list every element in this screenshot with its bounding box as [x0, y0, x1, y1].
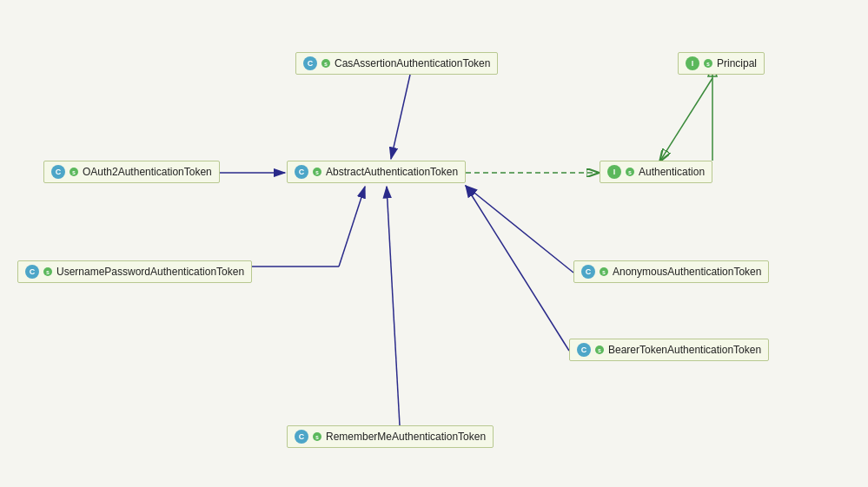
arrow-anonymous-abstract [466, 186, 573, 273]
icon-sub-username: s [43, 267, 52, 276]
icon-sub-bearer: s [595, 346, 604, 354]
icon-i-principal: I [686, 56, 699, 70]
label-abstract: AbstractAuthenticationToken [326, 166, 458, 178]
label-username: UsernamePasswordAuthenticationToken [56, 266, 244, 278]
arrow-username-abstract [339, 187, 365, 267]
diagram-container: Authentication (green dashed arrow) --> … [0, 0, 868, 487]
label-remember: RememberMeAuthenticationToken [326, 431, 486, 443]
label-oauth2: OAuth2AuthenticationToken [83, 166, 212, 178]
icon-sub-cas: s [321, 59, 330, 68]
arrow-authentication-principal [660, 78, 712, 161]
icon-c-anonymous: C [581, 265, 595, 279]
icon-sub-principal: s [704, 59, 712, 68]
node-oauth2[interactable]: C s OAuth2AuthenticationToken [43, 161, 220, 183]
node-authentication[interactable]: I s Authentication [600, 161, 712, 183]
icon-sub-authentication: s [626, 168, 634, 176]
icon-c-oauth2: C [51, 165, 65, 179]
icon-c-abstract: C [295, 165, 308, 179]
node-principal[interactable]: I s Principal [678, 52, 765, 75]
node-cas[interactable]: C s CasAssertionAuthenticationToken [295, 52, 498, 75]
icon-c-remember: C [295, 430, 308, 444]
icon-sub-anonymous: s [600, 267, 608, 276]
icon-c-bearer: C [577, 343, 591, 357]
node-abstract[interactable]: C s AbstractAuthenticationToken [287, 161, 466, 183]
node-bearer[interactable]: C s BearerTokenAuthenticationToken [569, 339, 769, 361]
node-remember[interactable]: C s RememberMeAuthenticationToken [287, 425, 494, 448]
icon-i-authentication: I [607, 165, 621, 179]
arrow-cas-abstract [391, 75, 410, 159]
icon-sub-remember: s [313, 432, 321, 441]
node-username[interactable]: C s UsernamePasswordAuthenticationToken [17, 260, 252, 283]
icon-sub-oauth2: s [70, 168, 78, 176]
arrow-bearer-abstract [466, 186, 569, 351]
label-principal: Principal [717, 57, 757, 69]
arrow-remember-abstract [387, 187, 400, 425]
node-anonymous[interactable]: C s AnonymousAuthenticationToken [573, 260, 769, 283]
label-bearer: BearerTokenAuthenticationToken [608, 344, 761, 356]
icon-sub-abstract: s [313, 168, 321, 176]
label-anonymous: AnonymousAuthenticationToken [613, 266, 761, 278]
icon-c-username: C [25, 265, 39, 279]
icon-c-cas: C [303, 56, 317, 70]
label-authentication: Authentication [639, 166, 705, 178]
label-cas: CasAssertionAuthenticationToken [335, 57, 490, 69]
